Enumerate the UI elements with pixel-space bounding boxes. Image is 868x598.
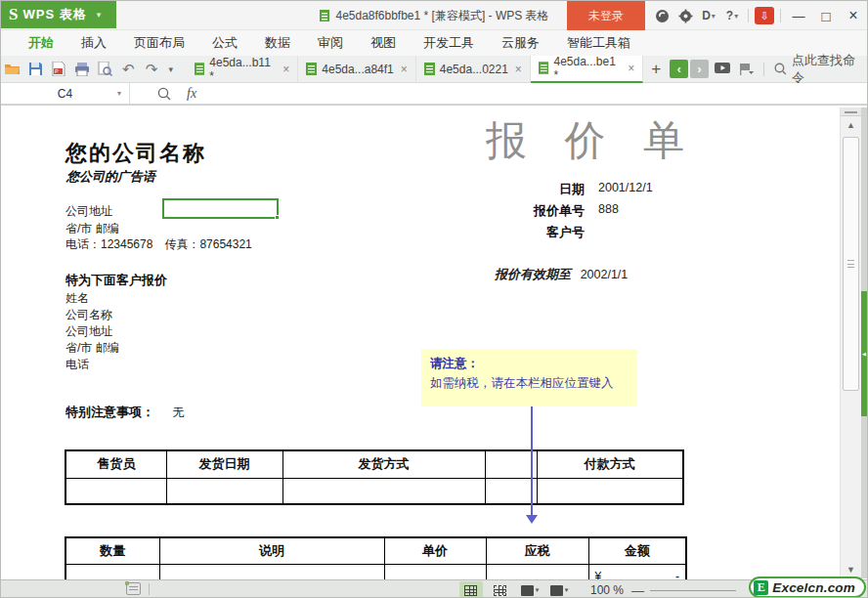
doc-tab-label: 4e5da...b11 *: [209, 56, 276, 83]
scroll-up-icon[interactable]: ▲: [841, 120, 861, 130]
thumb-grip-icon: [847, 260, 854, 268]
cell[interactable]: [282, 478, 485, 504]
wps-app-menu-button[interactable]: S WPS 表格 ▾: [1, 1, 116, 28]
quotation-title: 报 价 单: [486, 113, 698, 168]
skin-theme-icon[interactable]: D▾: [697, 1, 720, 30]
tab-view[interactable]: 视图: [357, 30, 410, 56]
tab-review[interactable]: 审阅: [304, 30, 357, 56]
close-icon[interactable]: ×: [401, 63, 408, 76]
insert-function-button[interactable]: fx: [187, 86, 196, 102]
formula-input[interactable]: [196, 83, 867, 105]
share-flag-icon[interactable]: [735, 57, 760, 82]
normal-view-button[interactable]: [459, 581, 483, 598]
scrollbar-thumb[interactable]: [843, 137, 859, 391]
cell[interactable]: [65, 478, 166, 504]
tab-insert[interactable]: 插入: [67, 30, 120, 56]
cell[interactable]: [159, 564, 384, 579]
redo-icon[interactable]: ↷: [140, 57, 163, 82]
login-button[interactable]: 未登录: [567, 1, 645, 30]
title-bar: S WPS 表格 ▾ 4e5da8f6bbfbe1 * [兼容模式] - WPS…: [1, 1, 867, 30]
zoom-slider[interactable]: [650, 590, 736, 591]
print-preview-icon[interactable]: [94, 57, 117, 82]
scroll-down-icon[interactable]: ▼: [841, 565, 861, 575]
spreadsheet-file-icon: [319, 9, 330, 22]
doc-tab-4-active[interactable]: 4e5da...be1 * ×: [531, 56, 644, 83]
callout-arrow-line: [531, 406, 533, 516]
feedback-icon[interactable]: [650, 1, 673, 30]
close-icon[interactable]: ×: [282, 63, 289, 76]
tab-page-layout[interactable]: 页面布局: [120, 30, 198, 56]
tab-cloud[interactable]: 云服务: [488, 30, 553, 56]
undo-icon[interactable]: ↶: [117, 57, 141, 82]
sheet-canvas[interactable]: 您的公司名称 您公司的广告语 公司地址 省/市 邮编 电话：12345678 传…: [1, 105, 867, 579]
doc-tab-2[interactable]: 4e5da...a84f1 ×: [298, 56, 415, 83]
document-title-text: 4e5da8f6bbfbe1 * [兼容模式] - WPS 表格: [335, 8, 548, 24]
task-pane-collapse-handle[interactable]: ◀: [861, 291, 867, 416]
download-icon[interactable]: ⇩: [753, 1, 776, 30]
zoom-out-button[interactable]: —: [631, 583, 644, 598]
table-row[interactable]: ¥ -: [65, 564, 686, 579]
cell[interactable]: [166, 478, 282, 504]
tab-data[interactable]: 数据: [251, 30, 304, 56]
tab-scroll-left-button[interactable]: ‹: [670, 60, 688, 78]
minimize-button[interactable]: —: [785, 1, 812, 30]
cell[interactable]: [384, 564, 486, 579]
close-icon[interactable]: ×: [628, 62, 634, 75]
cell[interactable]: [485, 478, 537, 504]
doc-tab-1[interactable]: 4e5da...b11 * ×: [187, 56, 299, 83]
settings-gear-icon[interactable]: [673, 1, 697, 30]
page-break-view-button[interactable]: [489, 581, 512, 598]
help-icon[interactable]: ?▾: [720, 1, 744, 30]
fill-handle[interactable]: [275, 215, 280, 220]
col-spacer: [485, 450, 537, 478]
svg-text:P: P: [55, 68, 59, 74]
cell-name-box[interactable]: C4 ▾: [1, 83, 130, 105]
tab-formulas[interactable]: 公式: [198, 30, 251, 56]
search-template-icon[interactable]: [157, 87, 171, 101]
close-button[interactable]: ×: [840, 1, 867, 30]
cell[interactable]: [65, 564, 159, 579]
new-tab-button[interactable]: +: [643, 60, 669, 79]
chevron-down-icon: ▾: [734, 12, 738, 21]
split-handle[interactable]: [841, 107, 861, 116]
valid-until-label: 报价有效期至: [495, 267, 571, 281]
shipping-info-table[interactable]: 售货员 发货日期 发货方式 付款方式: [65, 449, 684, 505]
customer-name-label: 姓名: [65, 290, 89, 307]
chevron-down-icon: ▾: [712, 12, 716, 21]
table-row[interactable]: [65, 478, 683, 504]
reading-view-button[interactable]: ▾: [547, 581, 571, 598]
close-icon[interactable]: ×: [515, 63, 522, 76]
spreadsheet-file-icon: [195, 63, 205, 75]
cell[interactable]: [537, 478, 683, 504]
vertical-scrollbar[interactable]: ▲ ▼: [840, 107, 861, 578]
selected-cell-outline[interactable]: [162, 198, 279, 219]
page-layout-view-button[interactable]: ▾: [518, 581, 542, 598]
maximize-button[interactable]: □: [812, 1, 840, 30]
macro-record-icon[interactable]: [126, 582, 141, 595]
save-icon[interactable]: [24, 57, 48, 82]
amount-cell[interactable]: ¥ -: [588, 564, 686, 579]
app-name: WPS 表格: [22, 6, 86, 23]
print-icon[interactable]: [70, 57, 94, 82]
customer-cityzip-label: 省/市 邮编: [65, 340, 119, 357]
export-pdf-icon[interactable]: P: [47, 57, 70, 82]
command-search-input[interactable]: 点此查找命令: [774, 52, 867, 87]
tutorial-video-icon[interactable]: [710, 57, 735, 82]
doc-tab-3[interactable]: 4e5da...0221 ×: [416, 56, 531, 83]
tab-scroll-right-button[interactable]: ›: [690, 60, 709, 78]
command-search-placeholder: 点此查找命令: [792, 52, 867, 87]
spreadsheet-file-icon: [306, 63, 317, 75]
status-bar: ▾ ▾ 100 % — E Excelcn.com: [1, 579, 867, 598]
line-items-table[interactable]: 数量 说明 单价 应税 金额 ¥ -: [65, 536, 687, 579]
cell[interactable]: [486, 564, 588, 579]
customer-number-value: [598, 224, 667, 241]
open-folder-icon[interactable]: [1, 57, 24, 82]
tab-smart-toolbox[interactable]: 智能工具箱: [553, 30, 644, 56]
toolbar-more-dropdown-icon[interactable]: ▾: [163, 64, 179, 74]
divider: [748, 9, 749, 22]
wps-spreadsheet-window: S WPS 表格 ▾ 4e5da8f6bbfbe1 * [兼容模式] - WPS…: [0, 0, 868, 598]
tab-developer[interactable]: 开发工具: [410, 30, 488, 56]
tab-home[interactable]: 开始: [15, 30, 67, 56]
valid-until-value: 2002/1/1: [581, 268, 629, 281]
doc-tab-label: 4e5da...0221: [440, 63, 508, 76]
